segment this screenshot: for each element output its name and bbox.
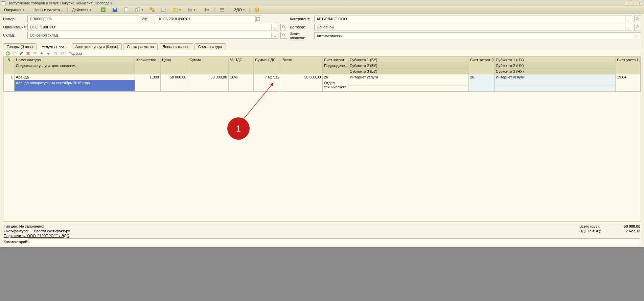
cell-vatacc[interactable]: 19.04 — [616, 74, 641, 92]
col-n[interactable]: N — [4, 57, 15, 74]
window-minimize-button[interactable]: – — [625, 1, 630, 5]
col-acc1[interactable]: Счет затрат ... — [322, 57, 348, 63]
selection-button[interactable]: Подбор — [66, 50, 85, 56]
move-down-button[interactable] — [45, 50, 51, 56]
date-input[interactable] — [158, 17, 254, 21]
structure-button[interactable] — [147, 7, 157, 13]
col-vatacc[interactable]: Счет учета НДС — [616, 57, 641, 74]
org-input[interactable] — [29, 25, 270, 29]
cell-sub2bu[interactable] — [348, 80, 468, 86]
delete-row-button[interactable] — [25, 50, 31, 56]
copy-row-button[interactable] — [12, 50, 18, 56]
warehouse-field[interactable]: … — [27, 32, 278, 39]
col-acc2[interactable]: Счет затрат (НУ) — [468, 57, 494, 74]
advance-input[interactable] — [316, 33, 632, 38]
cell-price[interactable]: 50 000,00 — [160, 74, 188, 92]
print-button[interactable]: ▾ — [185, 7, 198, 13]
org-field[interactable]: … — [27, 24, 278, 30]
cell-nom-sub[interactable]: Аренда аппаратуры за сентябрь 2016 года — [14, 80, 135, 92]
number-input[interactable] — [29, 17, 137, 21]
tab-additional[interactable]: Дополнительно — [159, 43, 193, 50]
col-sub3nu[interactable]: Субконто 3 (НУ) — [494, 69, 615, 74]
col-sub3bu[interactable]: Субконто 3 (БУ) — [348, 69, 468, 74]
col-acc1-sub[interactable]: Подразделе... затрат — [322, 63, 348, 74]
tab-services[interactable]: Услуги (1 поз.) — [38, 44, 70, 50]
connect-edo-link[interactable]: Подключить "ООО ""100ПРО""" к ЭДО — [4, 234, 69, 238]
cell-n[interactable]: 1 — [4, 74, 15, 92]
col-sum[interactable]: Сумма — [188, 57, 228, 74]
cell-qty[interactable]: 1,000 — [135, 74, 160, 92]
create-invoice-link[interactable]: Ввести счет-фактуру — [34, 229, 70, 233]
warehouse-input[interactable] — [29, 33, 270, 38]
partner-input[interactable] — [316, 17, 624, 21]
cell-sub2nu[interactable] — [494, 80, 615, 86]
comment-input[interactable] — [30, 239, 639, 244]
based-on-button[interactable]: ▾ — [133, 7, 146, 13]
cell-sub1bu[interactable]: Интернет услуги — [348, 74, 468, 80]
row-settings-button[interactable] — [32, 50, 38, 56]
col-total[interactable]: Всего — [281, 57, 322, 74]
select-dots-icon[interactable]: … — [271, 32, 277, 38]
report-button[interactable] — [121, 7, 131, 13]
files-button[interactable]: ▾ — [170, 7, 183, 13]
list-settings-button[interactable] — [217, 7, 227, 13]
actions-menu[interactable]: Действия▾ — [70, 7, 94, 13]
col-vatsum[interactable]: Сумма НДС — [253, 57, 281, 74]
calendar-icon[interactable] — [255, 16, 260, 22]
col-vatp[interactable]: % НДС — [229, 57, 254, 74]
advance-field[interactable]: … — [314, 32, 641, 39]
comment-field[interactable] — [28, 238, 640, 245]
col-sub2nu[interactable]: Субконто 2 (НУ) — [494, 63, 615, 69]
col-nomenclature[interactable]: Номенклатура — [14, 57, 135, 63]
add-row-button[interactable] — [5, 50, 11, 56]
contract-input[interactable] — [316, 25, 624, 29]
cell-sum[interactable]: 50 000,00 — [188, 74, 228, 92]
tab-goods[interactable]: Товары (0 поз.) — [3, 43, 37, 50]
contract-open-button[interactable] — [634, 24, 641, 30]
edo-menu[interactable]: ЭДО▾ — [231, 7, 247, 13]
number-field[interactable] — [27, 16, 139, 22]
cell-vatsum[interactable]: 7 627,12 — [253, 74, 281, 92]
prices-currency-button[interactable]: Цены и валюта... — [31, 7, 65, 13]
select-dots-icon[interactable]: … — [625, 16, 630, 22]
col-sub2bu[interactable]: Субконто 2 (БУ) — [348, 63, 468, 69]
cell-acc1-sub[interactable]: Отдел технического — [322, 80, 348, 92]
select-dots-icon[interactable]: … — [271, 24, 277, 30]
date-field[interactable] — [156, 16, 262, 22]
select-dots-icon[interactable]: … — [625, 24, 630, 30]
post-document-button[interactable] — [98, 7, 108, 13]
sort-desc-button[interactable] — [59, 50, 65, 56]
window-maximize-button[interactable]: ▫ — [631, 1, 636, 5]
move-up-button[interactable] — [39, 50, 45, 56]
cell-acc1[interactable]: 26 — [322, 74, 348, 80]
col-sub1nu[interactable]: Субконто 1 (НУ) — [494, 57, 615, 63]
transactions-button[interactable]: Дт — [159, 7, 169, 13]
partner-open-button[interactable] — [634, 16, 641, 22]
cell-nom[interactable]: Аренда — [14, 74, 135, 80]
col-nomenclature-sub[interactable]: Содержание услуги, доп. сведения — [14, 63, 135, 74]
warehouse-open-button[interactable] — [280, 32, 287, 39]
cell-sub1nu[interactable]: Интернет услуги — [494, 74, 615, 80]
tab-agent-services[interactable]: Агентские услуги (0 поз.) — [72, 43, 122, 50]
col-qty[interactable]: Количество — [135, 57, 160, 74]
edit-row-button[interactable] — [18, 50, 24, 56]
org-open-button[interactable] — [280, 24, 287, 30]
operation-menu[interactable]: Операция▾ — [2, 7, 27, 13]
contract-field[interactable]: … — [314, 24, 632, 30]
cell-total[interactable]: 50 000,00 — [281, 74, 322, 92]
tab-invoice[interactable]: Счет-фактура — [194, 43, 226, 50]
go-to-button[interactable] — [202, 7, 212, 13]
window-close-button[interactable]: × — [637, 1, 642, 5]
select-dots-icon[interactable]: … — [634, 33, 639, 39]
col-price[interactable]: Цена — [160, 57, 188, 74]
cell-acc2[interactable]: 26 — [468, 74, 494, 92]
col-sub1bu[interactable]: Субконто 1 (БУ) — [348, 57, 468, 63]
help-button[interactable]: ? — [252, 7, 262, 13]
partner-field[interactable]: … — [314, 16, 632, 22]
cell-vatp[interactable]: 18% — [229, 74, 254, 92]
save-button[interactable] — [110, 7, 120, 13]
tab-accounts[interactable]: Счета расчетов — [123, 43, 157, 50]
cell-sub3nu[interactable] — [494, 86, 615, 92]
table-row[interactable]: 1 Аренда 1,000 50 000,00 50 000,00 18% 7… — [4, 74, 641, 80]
services-grid[interactable]: N Номенклатура Количество Цена Сумма % Н… — [3, 57, 641, 222]
